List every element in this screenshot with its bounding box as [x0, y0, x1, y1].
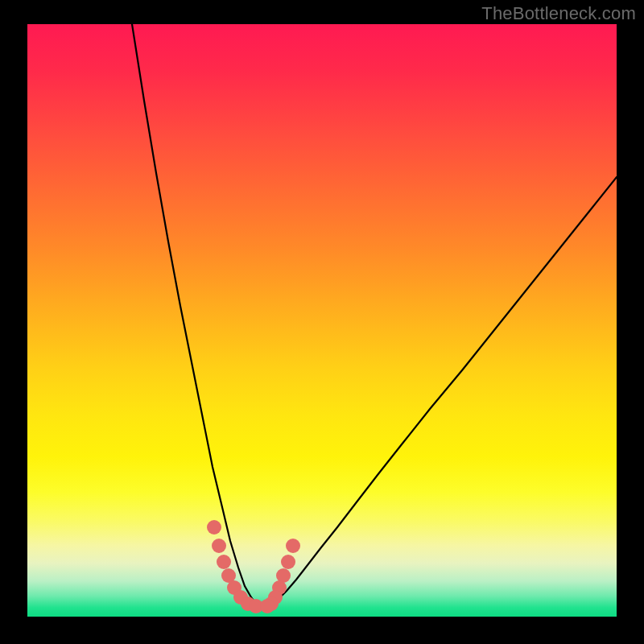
dots-right	[260, 539, 300, 613]
plot-area	[27, 24, 617, 617]
data-dot	[217, 555, 231, 569]
data-dot	[281, 555, 295, 569]
watermark-label: TheBottleneck.com	[481, 3, 636, 24]
chart-frame: TheBottleneck.com	[0, 0, 644, 644]
curve-layer	[27, 24, 617, 617]
data-dot	[286, 539, 300, 553]
left-curve	[132, 24, 259, 606]
dots-left	[207, 520, 263, 613]
data-dot	[260, 599, 275, 613]
data-dot	[207, 520, 221, 535]
right-curve	[267, 177, 617, 606]
data-dot	[212, 539, 226, 553]
